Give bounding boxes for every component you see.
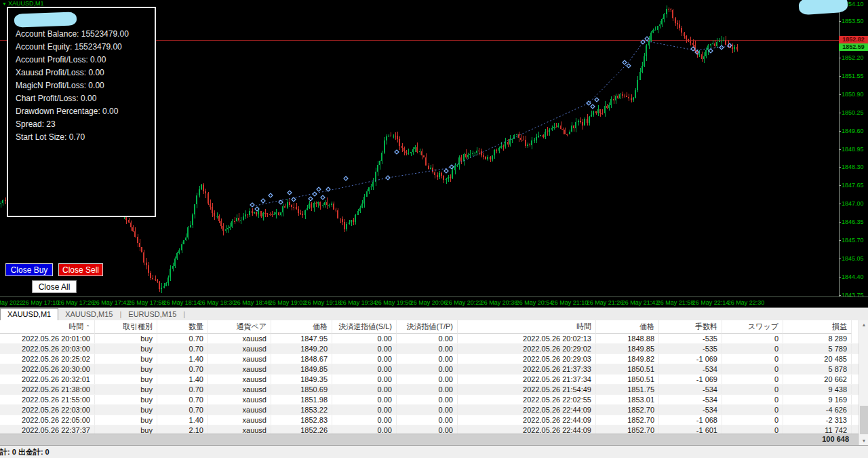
- table-cell: 20 485: [783, 354, 852, 364]
- close-sell-button[interactable]: Close Sell: [58, 263, 103, 276]
- table-cell: 0.70: [157, 344, 208, 354]
- column-header[interactable]: 時間⌃: [0, 320, 95, 334]
- price-tick: 1846.35: [842, 218, 864, 225]
- trade-marker-icon: [321, 195, 325, 199]
- column-header[interactable]: 価格: [271, 320, 332, 334]
- tab-xauusd-m1[interactable]: XAUUSD,M1: [0, 308, 58, 320]
- table-cell: 1.40: [157, 375, 208, 384]
- price-tick: 1847.65: [842, 182, 864, 189]
- table-cell: 0.00: [332, 415, 397, 425]
- column-header[interactable]: 決済指値(T/P): [397, 320, 458, 334]
- time-tick: 26 May 21:58: [657, 299, 694, 306]
- trade-marker-icon: [269, 193, 273, 197]
- table-cell: 2022.05.26 21:54:49: [458, 385, 596, 394]
- column-header[interactable]: 価格: [596, 320, 659, 334]
- table-cell: 2022.05.26 20:32:01: [0, 375, 95, 384]
- scrollbar-thumb[interactable]: [860, 406, 868, 434]
- trade-marker-icon: [450, 165, 454, 169]
- table-cell: 1850.69: [271, 385, 332, 394]
- table-cell: buy: [95, 334, 157, 343]
- trade-marker-icon: [261, 199, 265, 203]
- table-row[interactable]: 2022.05.26 20:03:00buy0.70xauusd1849.200…: [0, 344, 859, 354]
- price-tick: 1848.95: [842, 146, 864, 153]
- trade-marker-icon: [627, 64, 631, 68]
- table-row[interactable]: 2022.05.26 20:30:00buy0.70xauusd1849.850…: [0, 364, 859, 375]
- table-row[interactable]: 2022.05.26 20:01:00buy0.70xauusd1847.950…: [0, 334, 859, 344]
- table-cell: -534: [659, 364, 722, 374]
- column-header[interactable]: 決済逆指値(S/L): [332, 320, 397, 334]
- table-cell: 5 789: [783, 344, 852, 354]
- table-cell: 0: [722, 415, 783, 425]
- table-cell: 1.40: [157, 354, 208, 364]
- table-cell: 20 662: [783, 375, 852, 384]
- table-cell: 0.00: [397, 415, 458, 425]
- time-tick: 26 May 18:14: [163, 299, 201, 306]
- table-cell: -535: [659, 344, 722, 354]
- time-tick: 26 May 17:26: [58, 299, 95, 306]
- table-header-row[interactable]: 時間⌃取引種別数量通貨ペア価格決済逆指値(S/L)決済指値(T/P)時間価格手数…: [0, 320, 859, 334]
- total-profit: 100 648: [785, 435, 849, 443]
- column-header[interactable]: 時間: [458, 320, 596, 334]
- table-cell: 2022.05.26 20:29:03: [458, 354, 596, 364]
- table-cell: -534: [659, 405, 722, 415]
- table-row[interactable]: 2022.05.26 21:55:00buy0.70xauusd1851.980…: [0, 395, 859, 405]
- column-header[interactable]: 損益: [783, 320, 852, 334]
- table-cell: 0.00: [332, 385, 397, 394]
- time-tick: 26 May 17:10: [22, 299, 60, 306]
- trade-marker-icon: [395, 150, 399, 154]
- table-cell: 1851.75: [596, 385, 659, 394]
- chart-tab-bar: XAUUSD,M1XAUUSD,M15|EURUSD,M15|: [0, 307, 868, 320]
- table-row[interactable]: 2022.05.26 22:03:00buy0.70xauusd1853.220…: [0, 405, 859, 415]
- deposit-withdrawal-totals: 入金計: 0 出金計: 0: [0, 446, 50, 458]
- table-cell: 0.70: [157, 334, 208, 343]
- close-all-button[interactable]: Close All: [32, 280, 77, 293]
- trade-marker-icon: [317, 187, 321, 191]
- column-header[interactable]: スワップ: [722, 320, 783, 334]
- table-cell: 0.00: [397, 405, 458, 415]
- table-cell: 1849.85: [596, 344, 659, 354]
- table-cell: 0: [722, 334, 783, 343]
- time-tick: 26 May 21:26: [587, 299, 624, 306]
- ea-info-panel: Account Balance: 15523479.00Account Equi…: [7, 7, 156, 217]
- time-tick: 26 May 22:30: [728, 299, 765, 306]
- table-cell: 0: [722, 375, 783, 384]
- time-tick: 26 May 17:58: [128, 299, 165, 306]
- table-cell: 1849.35: [271, 375, 332, 384]
- symbol-dropdown-icon[interactable]: ▼: [2, 1, 7, 6]
- scroll-down-icon[interactable]: ▼: [859, 436, 868, 445]
- table-cell: 0: [722, 364, 783, 374]
- table-cell: 1849.20: [271, 344, 332, 354]
- tab-eurusd-m15[interactable]: EURUSD,M15: [121, 309, 183, 320]
- time-tick: 26 May 20:54: [516, 299, 553, 306]
- status-bar: 入金計: 0 出金計: 0: [0, 445, 868, 458]
- table-cell: buy: [95, 385, 157, 394]
- tab-xauusd-m15[interactable]: XAUUSD,M15: [58, 309, 119, 320]
- table-row[interactable]: 2022.05.26 20:32:01buy1.40xauusd1849.350…: [0, 375, 859, 385]
- time-tick: 26 May 2022: [0, 299, 23, 306]
- table-cell: -534: [659, 395, 722, 404]
- price-chart[interactable]: ▼XAUUSD,M1 1854.101853.501852.201851.551…: [0, 0, 868, 307]
- table-cell: 8 289: [783, 334, 852, 343]
- table-cell: 1849.82: [596, 354, 659, 364]
- table-row[interactable]: 2022.05.26 20:25:02buy1.40xauusd1848.670…: [0, 354, 859, 364]
- column-header[interactable]: 取引種別: [95, 320, 157, 334]
- price-tick: 1852.20: [842, 54, 864, 61]
- column-header[interactable]: 通貨ペア: [208, 320, 271, 334]
- time-tick: 26 May 19:34: [340, 299, 377, 306]
- table-cell: 9 169: [783, 395, 852, 404]
- redacted-account-name: [14, 12, 77, 27]
- table-total-row: 100 648: [0, 434, 859, 445]
- table-cell: buy: [95, 415, 157, 425]
- table-cell: 0.00: [397, 385, 458, 394]
- column-header[interactable]: 数量: [157, 320, 208, 334]
- info-panel-line: Spread: 23: [16, 119, 56, 129]
- scroll-up-icon[interactable]: ▲: [859, 320, 868, 329]
- close-buy-button[interactable]: Close Buy: [5, 263, 53, 276]
- table-cell: 2022.05.26 20:29:02: [458, 344, 596, 354]
- trade-marker-icon: [326, 187, 330, 191]
- time-axis[interactable]: 26 May 202226 May 17:1026 May 17:2626 Ma…: [0, 297, 868, 307]
- column-header[interactable]: 手数料: [659, 320, 722, 334]
- table-row[interactable]: 2022.05.26 21:38:00buy0.70xauusd1850.690…: [0, 385, 859, 395]
- table-row[interactable]: 2022.05.26 22:05:00buy1.40xauusd1852.830…: [0, 415, 859, 425]
- table-scrollbar[interactable]: ▲ ▼: [859, 320, 868, 445]
